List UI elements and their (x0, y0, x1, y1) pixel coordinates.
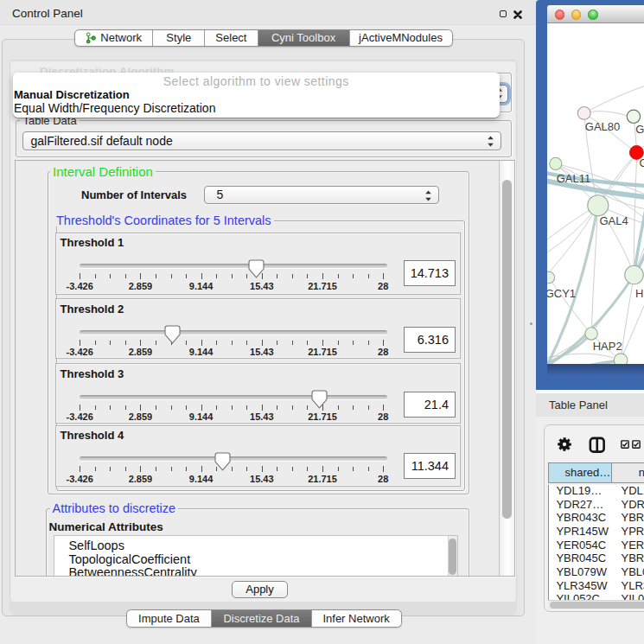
svg-text:GAL80: GAL80 (584, 120, 619, 133)
svg-text:H: H (635, 287, 643, 300)
svg-text:GAL4: GAL4 (599, 214, 628, 227)
svg-text:GA: GA (635, 123, 644, 136)
svg-text:GA: GA (639, 156, 644, 169)
svg-text:GAL11: GAL11 (556, 172, 590, 185)
svg-text:GCY1: GCY1 (547, 287, 576, 300)
svg-text:HAP2: HAP2 (592, 340, 622, 353)
